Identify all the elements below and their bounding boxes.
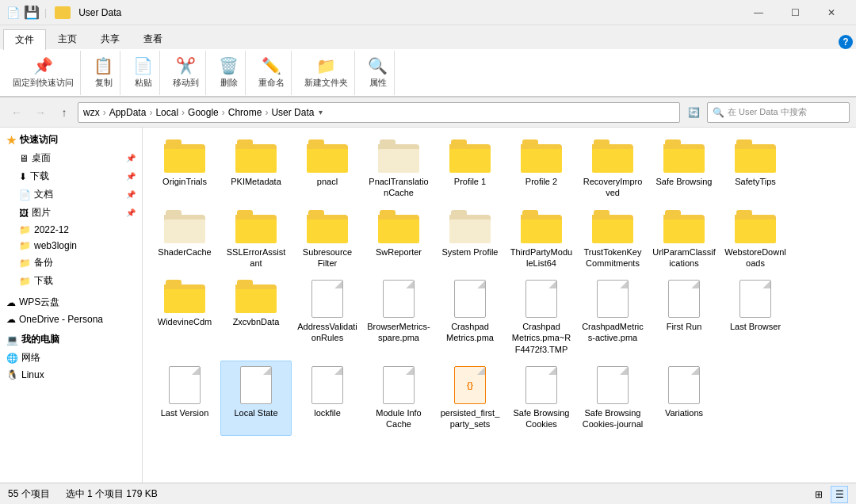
sidebar-item-wps[interactable]: ☁ WPS云盘: [0, 293, 142, 311]
downloads2-icon: 📁: [19, 276, 31, 287]
file-label: WebstoreDownloads: [724, 246, 787, 269]
refresh-button[interactable]: 🔄: [683, 102, 704, 123]
folder-icon: [592, 139, 633, 173]
list-item[interactable]: System Profile: [434, 204, 506, 275]
list-item[interactable]: Profile 2: [506, 134, 577, 204]
sidebar-item-desktop[interactable]: 🖥 桌面 📌: [0, 149, 142, 167]
sidebar-item-onedrive[interactable]: ☁ OneDrive - Persona: [0, 311, 142, 327]
folder-icon: [592, 210, 633, 243]
up-button[interactable]: ↑: [54, 102, 75, 123]
pin-desktop-icon[interactable]: 📌: [126, 154, 136, 162]
view-large-icons[interactable]: ⊞: [810, 486, 827, 503]
tab-view[interactable]: 查看: [132, 29, 174, 49]
quick-access-save[interactable]: 💾: [24, 5, 40, 20]
pin-pictures-icon[interactable]: 📌: [126, 208, 136, 217]
sidebar-item-web3login[interactable]: 📁 web3login: [0, 238, 142, 254]
list-item[interactable]: WebstoreDownloads: [720, 204, 791, 275]
list-item[interactable]: Crashpad Metrics.pma: [434, 274, 506, 361]
pictures-icon: 🖼: [19, 208, 29, 219]
list-item[interactable]: SSLErrorAssistant: [220, 204, 292, 275]
tab-home[interactable]: 主页: [46, 29, 89, 49]
list-item[interactable]: BrowserMetrics-spare.pma: [363, 274, 434, 361]
list-item[interactable]: ThirdPartyModuleList64: [506, 204, 577, 275]
list-item[interactable]: ShaderCache: [149, 204, 220, 275]
sidebar-item-linux[interactable]: 🐧 Linux: [0, 367, 142, 383]
file-icon: [597, 366, 629, 404]
list-item[interactable]: Last Version: [149, 361, 220, 436]
sidebar-item-downloads[interactable]: ⬇ 下载 📌: [0, 167, 142, 185]
wps-label: WPS云盘: [19, 296, 59, 309]
search-box[interactable]: 🔍 在 User Data 中搜索: [707, 102, 850, 123]
list-item[interactable]: {} persisted_first_party_sets: [434, 361, 506, 436]
pin-icon: 📌: [33, 56, 53, 75]
path-segment-wzx[interactable]: wzx: [83, 107, 100, 118]
path-segment-google[interactable]: Google: [188, 107, 219, 118]
list-item[interactable]: Safe Browsing: [648, 134, 720, 204]
ribbon-group-properties[interactable]: 🔍 属性: [361, 51, 395, 95]
list-item[interactable]: RecoveryImproved: [577, 134, 648, 204]
ribbon-group-copy[interactable]: 📋 复制: [87, 51, 120, 95]
list-item[interactable]: ZxcvbnData: [220, 274, 292, 361]
list-item[interactable]: Local State: [220, 361, 292, 436]
ribbon-group-paste[interactable]: 📄 粘贴: [127, 51, 160, 95]
pin-docs-icon[interactable]: 📌: [126, 190, 136, 199]
list-item[interactable]: pnacl: [292, 134, 363, 204]
view-details[interactable]: ☰: [831, 486, 848, 503]
folder-icon: [449, 210, 491, 243]
list-item[interactable]: Module Info Cache: [363, 361, 434, 436]
sidebar-item-network[interactable]: 🌐 网络: [0, 349, 142, 367]
list-item[interactable]: First Run: [648, 274, 720, 361]
list-item[interactable]: SwReporter: [363, 204, 434, 275]
path-segment-appdata[interactable]: AppData: [109, 107, 147, 118]
list-item[interactable]: PnaclTranslationCache: [363, 134, 434, 204]
list-item[interactable]: Crashpad Metrics.pma~RF4472f3.TMP: [506, 274, 577, 361]
list-item[interactable]: Variations: [648, 361, 720, 436]
list-item[interactable]: WidevineCdm: [149, 274, 220, 361]
sidebar-item-2022-12[interactable]: 📁 2022-12: [0, 222, 142, 238]
ribbon-group-newfolder[interactable]: 📁 新建文件夹: [298, 51, 355, 95]
path-bar[interactable]: wzx › AppData › Local › Google › Chrome …: [78, 102, 680, 123]
sidebar-item-downloads2[interactable]: 📁 下载: [0, 272, 142, 290]
file-icon: [383, 280, 415, 318]
list-item[interactable]: Subresource Filter: [292, 204, 363, 275]
sidebar-item-thispc[interactable]: 💻 我的电脑: [0, 330, 142, 349]
list-item[interactable]: SafetyTips: [720, 134, 791, 204]
minimize-button[interactable]: —: [740, 0, 777, 25]
path-segment-chrome[interactable]: Chrome: [228, 107, 262, 118]
close-button[interactable]: ✕: [813, 0, 850, 25]
tab-share[interactable]: 共享: [89, 29, 132, 49]
list-item[interactable]: CrashpadMetrics-active.pma: [577, 274, 648, 361]
path-dropdown[interactable]: ▾: [319, 108, 323, 116]
list-item[interactable]: Safe Browsing Cookies: [506, 361, 577, 436]
move-icon: ✂️: [176, 56, 196, 75]
list-item[interactable]: PKIMetadata: [220, 134, 292, 204]
sidebar-item-docs[interactable]: 📄 文档 📌: [0, 185, 142, 204]
list-item[interactable]: Safe Browsing Cookies-journal: [577, 361, 648, 436]
list-item[interactable]: TrustTokenKeyCommitments: [577, 204, 648, 275]
pin-downloads-icon[interactable]: 📌: [126, 172, 136, 181]
path-segment-userdata[interactable]: User Data: [271, 107, 314, 118]
ribbon-group-move[interactable]: ✂️ 移动到: [166, 51, 206, 95]
file-label: Last Browser: [730, 321, 781, 332]
back-button[interactable]: ←: [6, 102, 27, 123]
sidebar-item-backup[interactable]: 📁 备份: [0, 254, 142, 272]
maximize-button[interactable]: ☐: [777, 0, 813, 25]
list-item[interactable]: Last Browser: [720, 274, 791, 361]
ribbon-group-rename[interactable]: ✏️ 重命名: [252, 51, 292, 95]
help-button[interactable]: ?: [839, 35, 853, 49]
list-item[interactable]: Profile 1: [434, 134, 506, 204]
ribbon-group-pin[interactable]: 📌 固定到快速访问: [6, 51, 81, 95]
sidebar-item-pictures[interactable]: 🖼 图片 📌: [0, 204, 142, 222]
path-segment-local[interactable]: Local: [155, 107, 178, 118]
list-item[interactable]: lockfile: [292, 361, 363, 436]
ribbon-group-delete[interactable]: 🗑️ 删除: [212, 51, 246, 95]
tab-file[interactable]: 文件: [3, 29, 46, 50]
downloads2-label: 下载: [34, 274, 53, 288]
list-item[interactable]: UrlParamClassifications: [648, 204, 720, 275]
forward-button[interactable]: →: [30, 102, 51, 123]
list-item[interactable]: OriginTrials: [149, 134, 220, 204]
file-icon: [668, 366, 700, 404]
list-item[interactable]: AddressValidationRules: [292, 274, 363, 361]
title-bar: 📄 💾 | User Data — ☐ ✕: [0, 0, 856, 25]
sidebar-quick-access-header[interactable]: ★ 快速访问: [0, 131, 142, 149]
